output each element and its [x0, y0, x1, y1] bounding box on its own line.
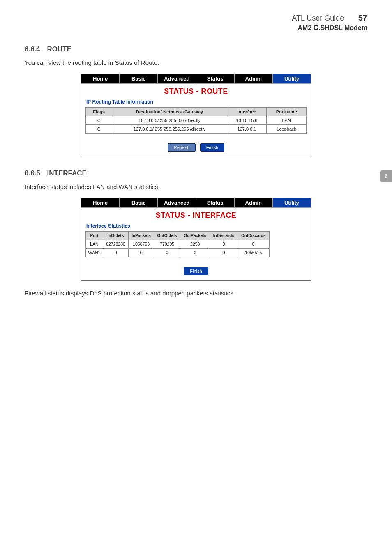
interface-body-text: Interface status includes LAN and WAN st… — [25, 183, 367, 190]
table-row: LAN 82728280 1058753 770205 2253 0 0 — [86, 240, 270, 249]
screenshot-title: STATUS - ROUTE — [81, 84, 311, 97]
cell-flags: C — [86, 125, 112, 134]
table-row: C 10.10.0.0/ 255.255.0.0 /directly 10.10… — [86, 116, 307, 125]
cell-iface: 10.10.15.6 — [227, 116, 267, 125]
cell-dest: 127.0.0.1/ 255.255.255.255 /directly — [112, 125, 227, 134]
col-inoctets: InOctets — [103, 232, 128, 240]
screenshot-status-route: Home Basic Advanced Status Admin Utility… — [81, 74, 311, 157]
cell: 0 — [103, 249, 128, 257]
screenshot-subtitle: Interface Statistics: — [81, 221, 311, 231]
routing-table: Flags Destination/ Netmask /Gateway Inte… — [85, 107, 307, 134]
nav-tabs: Home Basic Advanced Status Admin Utility — [81, 74, 311, 84]
tab-home[interactable]: Home — [81, 74, 120, 83]
cell-dest: 10.10.0.0/ 255.255.0.0 /directly — [112, 116, 227, 125]
tab-advanced[interactable]: Advanced — [158, 74, 196, 83]
page-header: ATL User Guide 57 AM2 G.SHDSL Modem — [292, 13, 367, 32]
section-number: 6.6.5 — [25, 169, 40, 177]
tab-basic[interactable]: Basic — [120, 74, 158, 83]
page-number: 57 — [358, 13, 367, 23]
cell-port: Loopback — [267, 125, 307, 134]
cell: 770205 — [154, 240, 180, 249]
col-port: Port — [86, 232, 103, 240]
cell: 0 — [154, 249, 180, 257]
finish-button[interactable]: Finish — [184, 267, 208, 275]
cell: WAN1 — [86, 249, 103, 257]
col-outoctets: OutOctets — [154, 232, 180, 240]
cell: 0 — [210, 240, 238, 249]
col-inpackets: InPackets — [129, 232, 154, 240]
finish-button[interactable]: Finish — [200, 143, 224, 152]
tab-home[interactable]: Home — [81, 198, 120, 207]
nav-tabs: Home Basic Advanced Status Admin Utility — [81, 198, 311, 208]
cell-iface: 127.0.0.1 — [227, 125, 267, 134]
guide-title: ATL User Guide — [292, 14, 344, 23]
col-destination: Destination/ Netmask /Gateway — [112, 108, 227, 116]
tab-admin[interactable]: Admin — [235, 198, 273, 207]
col-indiscards: InDiscards — [210, 232, 238, 240]
screenshot-status-interface: Home Basic Advanced Status Admin Utility… — [81, 198, 311, 281]
section-heading-route: 6.6.4 ROUTE — [25, 45, 367, 53]
col-outdiscards: OutDiscards — [238, 232, 269, 240]
cell: 0 — [238, 240, 269, 249]
cell: 0 — [210, 249, 238, 257]
screenshot-subtitle: IP Routing Table Information: — [81, 97, 311, 107]
col-interface: Interface — [227, 108, 267, 116]
firewall-body-text: Firewall status displays DoS protection … — [25, 290, 367, 297]
tab-utility[interactable]: Utility — [273, 74, 311, 83]
tab-utility[interactable]: Utility — [273, 198, 311, 207]
col-flags: Flags — [86, 108, 112, 116]
screenshot-title: STATUS - INTERFACE — [81, 208, 311, 221]
tab-status[interactable]: Status — [196, 74, 235, 83]
section-title: ROUTE — [47, 45, 72, 53]
tab-admin[interactable]: Admin — [235, 74, 273, 83]
section-number: 6.6.4 — [25, 45, 40, 53]
cell: 0 — [180, 249, 210, 257]
tab-status[interactable]: Status — [196, 198, 235, 207]
table-row: WAN1 0 0 0 0 0 1056515 — [86, 249, 270, 257]
route-body-text: You can view the routing table in Status… — [25, 59, 367, 66]
section-title: INTERFACE — [47, 169, 87, 177]
table-header-row: Flags Destination/ Netmask /Gateway Inte… — [86, 108, 307, 116]
cell: 82728280 — [103, 240, 128, 249]
product-name: AM2 G.SHDSL Modem — [292, 24, 367, 32]
section-heading-interface: 6.6.5 INTERFACE — [25, 169, 367, 177]
table-header-row: Port InOctets InPackets OutOctets OutPac… — [86, 232, 270, 240]
col-portname: Portname — [267, 108, 307, 116]
chapter-tab: 6 — [380, 170, 392, 182]
cell: 1058753 — [129, 240, 154, 249]
interface-table: Port InOctets InPackets OutOctets OutPac… — [85, 231, 270, 257]
cell: 2253 — [180, 240, 210, 249]
table-row: C 127.0.0.1/ 255.255.255.255 /directly 1… — [86, 125, 307, 134]
cell-flags: C — [86, 116, 112, 125]
col-outpackets: OutPackets — [180, 232, 210, 240]
tab-advanced[interactable]: Advanced — [158, 198, 196, 207]
tab-basic[interactable]: Basic — [120, 198, 158, 207]
cell: 0 — [129, 249, 154, 257]
cell: LAN — [86, 240, 103, 249]
refresh-button[interactable]: Refresh — [168, 143, 196, 152]
cell-port: LAN — [267, 116, 307, 125]
cell: 1056515 — [238, 249, 269, 257]
